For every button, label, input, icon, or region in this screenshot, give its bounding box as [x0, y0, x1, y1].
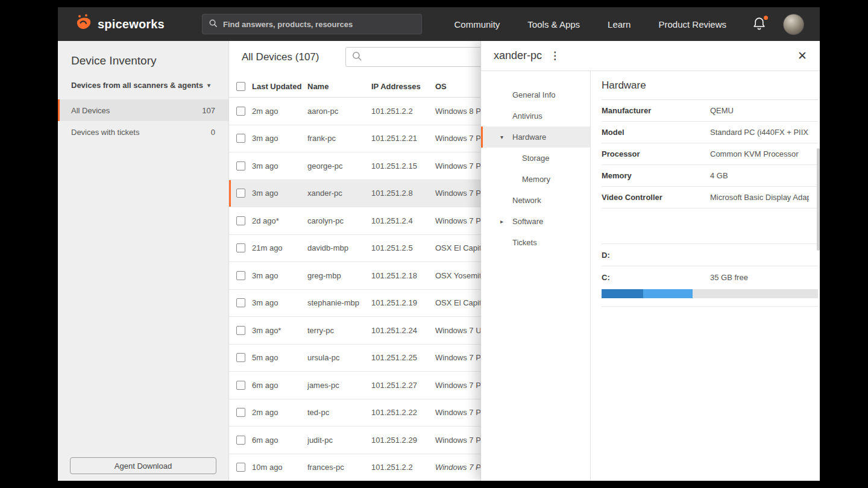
cell-name: frank-pc: [307, 134, 371, 143]
row-checkbox[interactable]: [236, 216, 245, 225]
global-search-input[interactable]: [223, 20, 415, 29]
close-icon[interactable]: ✕: [797, 49, 807, 63]
detail-nav-label: Network: [512, 196, 541, 205]
cell-last-updated: 3m ago*: [252, 326, 307, 335]
spiceworks-logo[interactable]: spiceworks: [74, 14, 165, 34]
drive-label: C:: [602, 273, 710, 282]
cell-last-updated: 3m ago: [252, 161, 307, 170]
spec-label: Video Controller: [602, 193, 710, 202]
drive-list: D: C: 35 GB free: [602, 243, 819, 307]
detail-nav-item[interactable]: General Info: [481, 84, 590, 105]
row-checkbox[interactable]: [236, 436, 245, 445]
cell-ip: 101.251.2.21: [371, 134, 435, 143]
row-checkbox[interactable]: [236, 298, 245, 307]
spec-value: 4 GB: [710, 171, 809, 180]
detail-nav-label: Storage: [522, 154, 550, 163]
row-checkbox[interactable]: [236, 408, 245, 417]
row-checkbox[interactable]: [236, 134, 245, 143]
detail-content: Hardware Manufacturer QEMU Model Standar…: [591, 71, 820, 481]
inventory-sidebar: Device Inventory Devices from all scanne…: [58, 41, 229, 481]
cell-last-updated: 21m ago: [252, 243, 307, 252]
cell-last-updated: 5m ago: [252, 353, 307, 362]
kebab-menu-icon[interactable]: ⋮: [550, 49, 560, 62]
row-checkbox[interactable]: [236, 326, 245, 335]
detail-nav-item[interactable]: ▸ Software: [481, 211, 590, 232]
filter-label: All Devices: [71, 106, 110, 115]
detail-nav-item[interactable]: ▾ Hardware: [481, 127, 590, 148]
scanner-filter-dropdown[interactable]: Devices from all scanners & agents ▾: [58, 70, 228, 96]
detail-nav-item[interactable]: Tickets: [481, 232, 590, 253]
sidebar-filter-item[interactable]: All Devices 107: [58, 99, 228, 121]
drive-free-space: 35 GB free: [710, 273, 819, 282]
row-checkbox[interactable]: [236, 463, 245, 472]
row-checkbox[interactable]: [236, 189, 245, 198]
row-checkbox[interactable]: [236, 107, 245, 116]
detail-nav-item[interactable]: Memory: [481, 169, 590, 190]
column-header-ip[interactable]: IP Addresses: [371, 82, 435, 91]
global-search: [202, 14, 422, 34]
cell-name: terry-pc: [307, 326, 371, 335]
cell-ip: 101.251.2.8: [371, 189, 435, 198]
detail-nav-item[interactable]: Antivirus: [481, 105, 590, 127]
cell-last-updated: 10m ago: [252, 463, 307, 472]
navbar-link[interactable]: Community: [454, 19, 500, 30]
section-title: Hardware: [602, 71, 819, 100]
filter-count: 107: [202, 106, 215, 115]
row-checkbox[interactable]: [236, 353, 245, 362]
detail-nav: General Info Antivirus ▾ Hardware Storag…: [481, 71, 591, 481]
cell-ip: 101.251.2.25: [371, 353, 435, 362]
device-detail-panel: xander-pc ⋮ ✕ General Info Antivirus ▾ H…: [480, 41, 820, 481]
cell-name: james-pc: [307, 381, 371, 390]
notification-dot: [764, 16, 768, 20]
caret-icon: ▾: [500, 134, 503, 140]
cell-ip: 101.251.2.15: [371, 161, 435, 170]
cell-last-updated: 3m ago: [252, 189, 307, 198]
cell-ip: 101.251.2.29: [371, 436, 435, 445]
sidebar-filter-item[interactable]: Devices with tickets 0: [58, 121, 228, 143]
drive-row: C: 35 GB free: [602, 266, 819, 307]
app-window: spiceworks CommunityTools & AppsLearnPro…: [58, 7, 820, 481]
panel-scrollbar[interactable]: [817, 148, 820, 251]
detail-nav-item[interactable]: Network: [481, 190, 590, 211]
spec-row: Video Controller Microsoft Basic Display…: [602, 187, 819, 208]
row-checkbox[interactable]: [236, 381, 245, 390]
cell-last-updated: 3m ago: [252, 298, 307, 307]
cell-name: judit-pc: [307, 436, 371, 445]
spec-row: Manufacturer QEMU: [602, 100, 819, 122]
notifications-bell-icon[interactable]: [753, 17, 767, 31]
navbar-link[interactable]: Tools & Apps: [527, 19, 580, 30]
cell-last-updated: 2d ago*: [252, 216, 307, 225]
caret-icon: ▸: [500, 218, 503, 225]
user-avatar[interactable]: [783, 14, 804, 35]
device-name-title: xander-pc: [494, 49, 542, 62]
cell-last-updated: 6m ago: [252, 381, 307, 390]
cell-name: ursula-pc: [307, 353, 371, 362]
spiceworks-mascot-icon: [74, 14, 94, 34]
cell-last-updated: 2m ago: [252, 408, 307, 417]
row-checkbox[interactable]: [236, 243, 245, 252]
detail-nav-label: General Info: [512, 90, 556, 99]
agent-download-button[interactable]: Agent Download: [70, 457, 216, 474]
cell-name: carolyn-pc: [307, 216, 371, 225]
spec-row: Processor Common KVM Processor: [602, 143, 819, 165]
row-checkbox[interactable]: [236, 161, 245, 170]
cell-ip: 101.251.2.19: [371, 298, 435, 307]
cell-name: greg-mbp: [307, 271, 371, 280]
navbar-link[interactable]: Learn: [608, 19, 631, 30]
cell-name: aaron-pc: [307, 107, 371, 116]
page-title: Device Inventory: [58, 41, 228, 70]
navbar-link[interactable]: Product Reviews: [658, 19, 726, 30]
cell-last-updated: 2m ago: [252, 107, 307, 116]
column-header-name[interactable]: Name: [307, 82, 371, 91]
disk-usage-bar: [602, 289, 818, 298]
cell-ip: 101.251.2.24: [371, 326, 435, 335]
search-icon: [351, 51, 362, 64]
column-header-last-updated[interactable]: Last Updated: [252, 82, 307, 91]
select-all-checkbox[interactable]: [236, 82, 245, 91]
row-checkbox[interactable]: [236, 271, 245, 280]
spec-row: Model Standard PC (i440FX + PIIX, 1996): [602, 122, 819, 143]
cell-last-updated: 3m ago: [252, 134, 307, 143]
scanner-filter-label: Devices from all scanners & agents: [71, 81, 203, 90]
detail-nav-item[interactable]: Storage: [481, 148, 590, 169]
spec-label: Manufacturer: [602, 106, 710, 115]
